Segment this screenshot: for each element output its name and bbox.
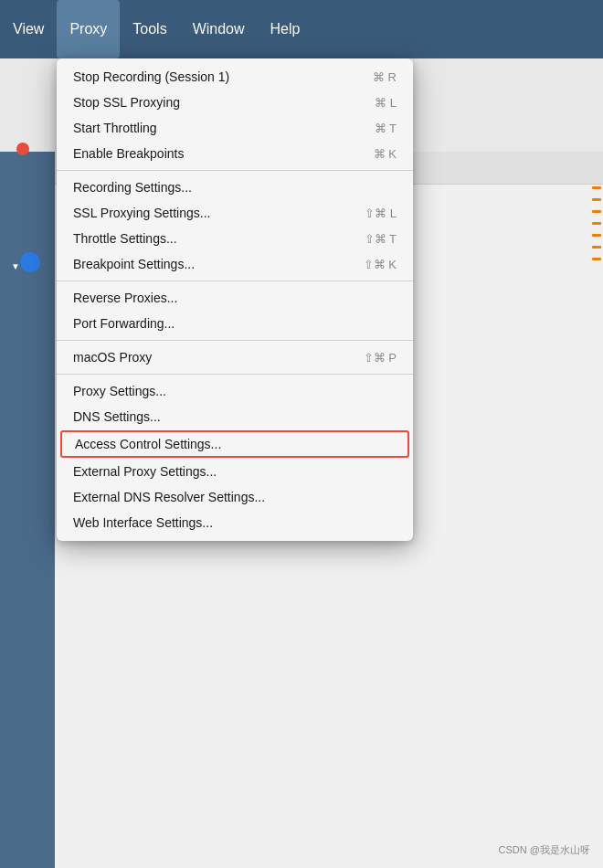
sidebar-chevron-icon: ▼ bbox=[11, 261, 20, 271]
menu-item-proxy-settings[interactable]: Proxy Settings... bbox=[57, 378, 413, 404]
orange-dash-2 bbox=[592, 198, 601, 201]
menu-item-throttle-settings[interactable]: Throttle Settings... ⇧⌘ T bbox=[57, 226, 413, 251]
menu-bar: View Proxy Tools Window Help bbox=[0, 0, 603, 58]
menu-item-external-dns-settings[interactable]: External DNS Resolver Settings... bbox=[57, 484, 413, 510]
menu-item-start-throttling[interactable]: Start Throttling ⌘ T bbox=[57, 115, 413, 141]
menu-item-stop-ssl[interactable]: Stop SSL Proxying ⌘ L bbox=[57, 90, 413, 115]
traffic-light-close[interactable] bbox=[16, 143, 29, 155]
orange-dash-1 bbox=[592, 186, 601, 189]
orange-dash-4 bbox=[592, 222, 601, 225]
orange-indicators bbox=[592, 186, 603, 260]
menu-item-web-interface-settings[interactable]: Web Interface Settings... bbox=[57, 510, 413, 535]
menu-tools[interactable]: Tools bbox=[120, 0, 179, 58]
menu-view[interactable]: View bbox=[0, 0, 57, 58]
menu-item-port-forwarding[interactable]: Port Forwarding... bbox=[57, 311, 413, 336]
orange-dash-5 bbox=[592, 234, 601, 237]
sidebar: ▼ bbox=[0, 152, 55, 868]
menu-proxy[interactable]: Proxy bbox=[57, 0, 120, 58]
menu-window[interactable]: Window bbox=[180, 0, 258, 58]
orange-dash-6 bbox=[592, 246, 601, 249]
separator-4 bbox=[57, 374, 413, 375]
menu-item-access-control-settings[interactable]: Access Control Settings... bbox=[60, 430, 409, 458]
menu-item-stop-recording[interactable]: Stop Recording (Session 1) ⌘ R bbox=[57, 64, 413, 90]
menu-item-recording-settings[interactable]: Recording Settings... bbox=[57, 175, 413, 200]
menu-item-dns-settings[interactable]: DNS Settings... bbox=[57, 404, 413, 429]
proxy-dropdown-menu: Stop Recording (Session 1) ⌘ R Stop SSL … bbox=[57, 58, 413, 541]
menu-item-breakpoint-settings[interactable]: Breakpoint Settings... ⇧⌘ K bbox=[57, 251, 413, 277]
menu-item-enable-breakpoints[interactable]: Enable Breakpoints ⌘ K bbox=[57, 141, 413, 166]
orange-dash-7 bbox=[592, 258, 601, 260]
separator-3 bbox=[57, 340, 413, 341]
session-indicator bbox=[20, 252, 40, 272]
watermark: CSDN @我是水山呀 bbox=[499, 843, 590, 857]
separator-2 bbox=[57, 281, 413, 281]
orange-dash-3 bbox=[592, 210, 601, 213]
menu-item-ssl-proxying-settings[interactable]: SSL Proxying Settings... ⇧⌘ L bbox=[57, 200, 413, 226]
separator-1 bbox=[57, 170, 413, 171]
menu-item-external-proxy-settings[interactable]: External Proxy Settings... bbox=[57, 459, 413, 484]
menu-help[interactable]: Help bbox=[258, 0, 313, 58]
menu-item-macos-proxy[interactable]: macOS Proxy ⇧⌘ P bbox=[57, 344, 413, 370]
menu-item-reverse-proxies[interactable]: Reverse Proxies... bbox=[57, 285, 413, 311]
